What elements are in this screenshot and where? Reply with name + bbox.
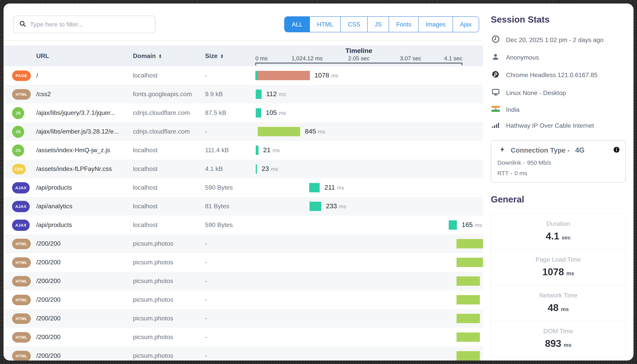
session-info-text: Anonymous bbox=[506, 54, 539, 61]
connection-info-button[interactable] bbox=[613, 146, 620, 154]
filter-tab-all[interactable]: ALL bbox=[285, 17, 310, 32]
session-info-item: India bbox=[491, 106, 626, 113]
info-icon[interactable] bbox=[613, 148, 620, 154]
request-domain: picsum.photos bbox=[133, 352, 205, 359]
timing-label: 233ms bbox=[326, 202, 346, 210]
timing-bar bbox=[310, 202, 321, 211]
timeline-cell bbox=[246, 253, 483, 272]
request-domain: picsum.photos bbox=[133, 334, 205, 341]
connection-type-value: 4G bbox=[575, 146, 585, 154]
filter-tab-css[interactable]: CSS bbox=[341, 17, 367, 32]
request-domain: picsum.photos bbox=[133, 240, 205, 247]
filter-tab-ajax[interactable]: Ajax bbox=[453, 17, 479, 32]
request-url: /200/200 bbox=[36, 352, 133, 359]
table-row[interactable]: JS /assets/index-HmQ-jw_z.js localhost 1… bbox=[4, 141, 483, 160]
toolbar: ALLHTMLCSSJSFontsImagesAjax bbox=[4, 4, 483, 41]
table-row[interactable]: JS /ajax/libs/ember.js/3.28.12/e... cdnj… bbox=[4, 122, 483, 141]
network-waterfall-panel: ALLHTMLCSSJSFontsImagesAjax URL Domain ▲… bbox=[4, 4, 483, 360]
connection-detail-label: Downlink - bbox=[497, 159, 525, 166]
table-row[interactable]: AJAX /api/analytics localhost 81 Bytes 2… bbox=[4, 197, 483, 216]
resource-type-tabs: ALLHTMLCSSJSFontsImagesAjax bbox=[284, 16, 479, 32]
timeline-cell: 21ms bbox=[246, 141, 483, 160]
filter-tab-html[interactable]: HTML bbox=[310, 17, 340, 32]
html-badge: HTML bbox=[12, 294, 31, 305]
sort-domain-icon[interactable]: ▲▼ bbox=[158, 54, 162, 58]
timeline-ruler bbox=[255, 63, 462, 66]
filter-search[interactable] bbox=[13, 16, 155, 33]
timeline-cell: 105ms bbox=[246, 104, 483, 122]
timing-bar bbox=[256, 164, 257, 174]
request-size: - bbox=[205, 296, 246, 303]
html-badge: HTML bbox=[12, 350, 31, 360]
request-domain: localhost bbox=[133, 222, 205, 228]
request-size: - bbox=[205, 240, 246, 247]
table-row[interactable]: JS /ajax/libs/jquery/3.7.1/jquer... cdnj… bbox=[4, 104, 483, 122]
ajax-badge: AJAX bbox=[12, 182, 30, 193]
request-url: /api/products bbox=[36, 184, 133, 191]
column-header-timeline: Timeline 0 ms1,024.12 ms2.05 sec3.07 sec… bbox=[246, 46, 483, 66]
filter-tab-js[interactable]: JS bbox=[367, 17, 389, 32]
connection-detail-value: 950 Mb/s bbox=[527, 159, 551, 166]
table-row[interactable]: CSS /assets/index-fLPFayNr.css localhost… bbox=[4, 160, 483, 178]
table-row[interactable]: HTML /200/200 picsum.photos - bbox=[4, 290, 483, 309]
request-url: / bbox=[36, 72, 133, 79]
request-size: 87.5 kB bbox=[205, 110, 246, 116]
request-domain: localhost bbox=[133, 72, 205, 79]
column-header-domain[interactable]: Domain ▲▼ bbox=[133, 52, 205, 59]
clock-icon bbox=[491, 35, 500, 45]
session-info-text: Dec 20, 2025 1:02 pm - 2 days ago bbox=[506, 36, 603, 44]
table-row[interactable]: HTML /200/200 picsum.photos - bbox=[4, 309, 483, 328]
html-badge: HTML bbox=[12, 276, 31, 286]
table-row[interactable]: AJAX /api/products localhost 590 Bytes 1… bbox=[4, 216, 483, 234]
table-row[interactable]: HTML /200/200 picsum.photos - bbox=[4, 346, 483, 360]
session-info-text: Chrome Headless 121.0.6167.85 bbox=[506, 72, 598, 79]
general-title: General bbox=[491, 194, 626, 205]
ajax-badge: AJAX bbox=[12, 219, 30, 231]
connection-detail-line: Downlink -950 Mb/s bbox=[497, 159, 619, 166]
timeline-tick: 3.07 sec bbox=[400, 55, 421, 62]
table-row[interactable]: HTML /200/200 picsum.photos - bbox=[4, 234, 483, 253]
table-row[interactable]: HTML /css2 fonts.googleapis.com 9.9 kB 1… bbox=[4, 85, 483, 104]
sort-size-icon[interactable]: ▲▼ bbox=[220, 54, 224, 58]
bolt-icon bbox=[499, 146, 505, 155]
table-header: URL Domain ▲▼ Size ▲▼ Timeline 0 ms1,024… bbox=[4, 46, 483, 66]
timing-bar-sliver bbox=[255, 71, 258, 80]
general-stats-card: Duration 4.1sec Page Load Time 1078ms Ne… bbox=[491, 213, 626, 357]
timing-bar bbox=[309, 183, 320, 192]
table-row[interactable]: HTML /200/200 picsum.photos - bbox=[4, 328, 483, 346]
connection-type-label: Connection Type - bbox=[511, 146, 570, 154]
stat-label: DOM Time bbox=[491, 328, 625, 335]
connection-type-card: Connection Type - 4G Downlink -950 Mb/s … bbox=[491, 140, 626, 182]
table-row[interactable]: HTML /200/200 picsum.photos - bbox=[4, 253, 483, 272]
request-url: /api/analytics bbox=[36, 203, 133, 210]
timing-bar bbox=[457, 314, 480, 323]
table-row[interactable]: PAGE / localhost - 1078ms bbox=[4, 66, 483, 85]
stat-row: Network Time 48ms bbox=[491, 285, 625, 321]
request-url: /200/200 bbox=[36, 334, 133, 341]
connection-type-header: Connection Type - 4G bbox=[497, 146, 619, 155]
request-size: - bbox=[205, 315, 246, 322]
timeline-cell bbox=[246, 234, 483, 253]
request-url: /css2 bbox=[36, 91, 133, 98]
session-info-item: Linux None - Desktop bbox=[491, 88, 626, 98]
timing-label: 23ms bbox=[262, 165, 278, 173]
request-domain: picsum.photos bbox=[133, 259, 205, 266]
stat-row: Page Load Time 1078ms bbox=[491, 250, 625, 285]
timing-bar bbox=[255, 71, 310, 80]
table-row[interactable]: AJAX /api/products localhost 590 Bytes 2… bbox=[4, 178, 483, 197]
connection-detail-line: RTT -0 ms bbox=[497, 170, 619, 176]
request-url: /assets/index-fLPFayNr.css bbox=[36, 166, 133, 172]
user-icon bbox=[492, 53, 499, 62]
filter-search-input[interactable] bbox=[30, 21, 150, 28]
column-header-size[interactable]: Size ▲▼ bbox=[205, 52, 246, 59]
timing-bar bbox=[457, 258, 483, 267]
connection-detail-label: RTT - bbox=[497, 170, 512, 176]
chrome-icon bbox=[492, 70, 499, 80]
table-row[interactable]: HTML /200/200 picsum.photos - bbox=[4, 272, 483, 290]
filter-tab-fonts[interactable]: Fonts bbox=[389, 17, 418, 32]
request-url: /api/products bbox=[36, 222, 133, 228]
timeline-cell: 165ms bbox=[246, 216, 483, 234]
filter-tab-images[interactable]: Images bbox=[418, 17, 453, 32]
connection-detail-value: 0 ms bbox=[515, 170, 527, 176]
timeline-cell bbox=[246, 309, 483, 328]
